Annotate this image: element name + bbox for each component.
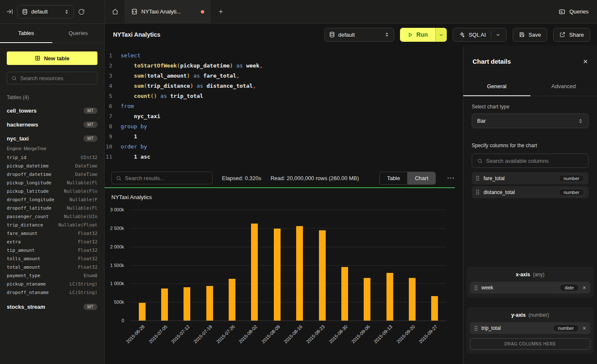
column-type: LC(String) xyxy=(70,290,97,295)
view-toggle: Table Chart xyxy=(379,172,436,185)
collapse-sidebar-icon[interactable] xyxy=(6,8,13,15)
available-column-row[interactable]: distance_totalnumber xyxy=(472,186,589,198)
tab-advanced[interactable]: Advanced xyxy=(530,77,597,96)
bar-slot xyxy=(153,210,176,321)
table-row[interactable]: stocks_streamMT xyxy=(7,300,97,314)
code-line[interactable]: 11 1 asc xyxy=(105,152,463,162)
chart-bar[interactable] xyxy=(296,226,303,321)
chart-bar[interactable] xyxy=(251,224,258,321)
chart-bar[interactable] xyxy=(139,303,146,321)
run-button[interactable]: Run xyxy=(400,28,447,42)
code-line[interactable]: 6from xyxy=(105,101,463,111)
column-name: pickup_datetime xyxy=(7,163,49,169)
column-row: dropoff_longitudeNullable(F xyxy=(7,195,97,204)
axis-cards: x-axis (any) week date × y-axis (number) xyxy=(467,267,594,363)
chart-bar[interactable] xyxy=(319,230,326,321)
chart-bar[interactable] xyxy=(206,286,213,321)
columns-search-input[interactable] xyxy=(486,158,583,164)
refresh-icon[interactable] xyxy=(78,8,85,15)
code-line[interactable]: 7 nyc_taxi xyxy=(105,111,463,121)
chart-bar[interactable] xyxy=(409,278,416,321)
code-line[interactable]: 8group by xyxy=(105,121,463,132)
table-row[interactable]: nyc_taxiMT xyxy=(7,132,97,146)
chart-details-tabs: General Advanced xyxy=(463,77,597,96)
code-line[interactable]: 2 toStartOfWeek(pickup_datetime) as week… xyxy=(105,61,463,71)
tables-section-label: Tables (4) xyxy=(7,94,97,100)
sidebar-tab-tables[interactable]: Tables xyxy=(0,24,52,43)
chart-bar[interactable] xyxy=(274,229,281,321)
bar-slot xyxy=(198,210,221,321)
bar-slot xyxy=(243,210,266,321)
code-line[interactable]: 3 sum(total_amount) as fare_total, xyxy=(105,71,463,81)
code-line[interactable]: 9 1 xyxy=(105,132,463,142)
chart-type-select[interactable]: Bar xyxy=(472,113,589,128)
chart-bar[interactable] xyxy=(341,267,348,321)
available-column-row[interactable]: fare_totalnumber xyxy=(472,172,589,184)
drag-handle-icon[interactable] xyxy=(474,326,478,331)
new-tab-button[interactable] xyxy=(211,0,231,23)
column-type: Float32 xyxy=(78,264,97,270)
drag-handle-icon[interactable] xyxy=(476,175,479,181)
code-line[interactable]: 1select xyxy=(105,51,463,61)
chart-bar[interactable] xyxy=(364,278,370,321)
queries-button[interactable]: Queries xyxy=(559,8,589,15)
save-button-label: Save xyxy=(529,32,541,38)
chart-bar[interactable] xyxy=(161,289,168,321)
bar-slot xyxy=(289,210,311,321)
chart-bar[interactable] xyxy=(431,296,438,321)
sql-editor[interactable]: 1select2 toStartOfWeek(pickup_datetime) … xyxy=(105,46,463,162)
table-name: hackernews xyxy=(7,121,38,128)
run-button-main[interactable]: Run xyxy=(400,28,435,42)
tab-nytaxi-analytics[interactable]: NYTaxi Analyti... xyxy=(125,0,211,23)
drag-handle-icon[interactable] xyxy=(474,285,478,291)
results-search-input[interactable] xyxy=(125,175,208,181)
table-name: nyc_taxi xyxy=(7,135,29,142)
y-axis-chip[interactable]: trip_total number × xyxy=(470,322,590,334)
y-tick-label: 2 000k xyxy=(106,244,124,249)
chart-bar[interactable] xyxy=(229,279,235,321)
chart-bar[interactable] xyxy=(386,273,393,321)
chevron-down-icon[interactable] xyxy=(496,32,500,37)
remove-y-column-icon[interactable]: × xyxy=(583,325,586,332)
line-number: 10 xyxy=(105,142,121,152)
bar-slot xyxy=(131,210,153,321)
x-axis-chip[interactable]: week date × xyxy=(470,282,590,294)
chart-bar[interactable] xyxy=(184,287,190,321)
button-divider xyxy=(491,31,491,38)
query-database-selector[interactable]: default xyxy=(324,28,394,42)
chart-details-title: Chart details xyxy=(473,58,511,65)
column-row: payment_typeEnum8 xyxy=(7,271,97,280)
table-row[interactable]: hackernewsMT xyxy=(7,118,97,132)
table-row[interactable]: cell_towersMT xyxy=(7,104,97,118)
view-toggle-table[interactable]: Table xyxy=(380,172,407,184)
sql-ai-button[interactable]: SQL AI xyxy=(453,28,507,42)
close-icon[interactable]: × xyxy=(583,57,588,65)
query-title: NYTaxi Analytics xyxy=(113,31,160,38)
sidebar-tab-queries[interactable]: Queries xyxy=(52,24,105,43)
share-button[interactable]: Share xyxy=(553,28,590,42)
home-tab[interactable] xyxy=(105,0,125,23)
drag-handle-icon[interactable] xyxy=(476,189,479,195)
tab-general[interactable]: General xyxy=(463,77,530,96)
column-row: dropoff_datetimeDateTime xyxy=(7,170,97,178)
view-toggle-chart[interactable]: Chart xyxy=(407,172,435,184)
code-line[interactable]: 5 count() as trip_total xyxy=(105,91,463,101)
new-table-button-label: New table xyxy=(44,55,70,62)
new-table-button[interactable]: New table xyxy=(7,51,97,65)
code-line[interactable]: 10order by xyxy=(105,142,463,152)
drag-columns-dropzone[interactable]: DRAG COLUMNS HERE xyxy=(470,338,590,350)
database-selector[interactable]: default xyxy=(17,5,74,19)
column-name: payment_type xyxy=(7,273,40,278)
column-row: total_amountFloat32 xyxy=(7,263,97,271)
sidebar-search-input[interactable] xyxy=(20,75,93,81)
remove-x-column-icon[interactable]: × xyxy=(583,284,586,291)
column-type: Float32 xyxy=(78,248,97,253)
save-button[interactable]: Save xyxy=(513,28,548,42)
available-column-type: number xyxy=(559,175,584,182)
column-type: LC(String) xyxy=(70,281,97,287)
code-line[interactable]: 4 sum(trip_distance) as distance_total, xyxy=(105,81,463,91)
run-options-caret[interactable] xyxy=(435,28,447,42)
more-icon[interactable]: ⋯ xyxy=(445,173,456,183)
column-name: pickup_longitude xyxy=(7,180,51,186)
column-row: dropoff_latitudeNullable(Fl xyxy=(7,204,97,212)
